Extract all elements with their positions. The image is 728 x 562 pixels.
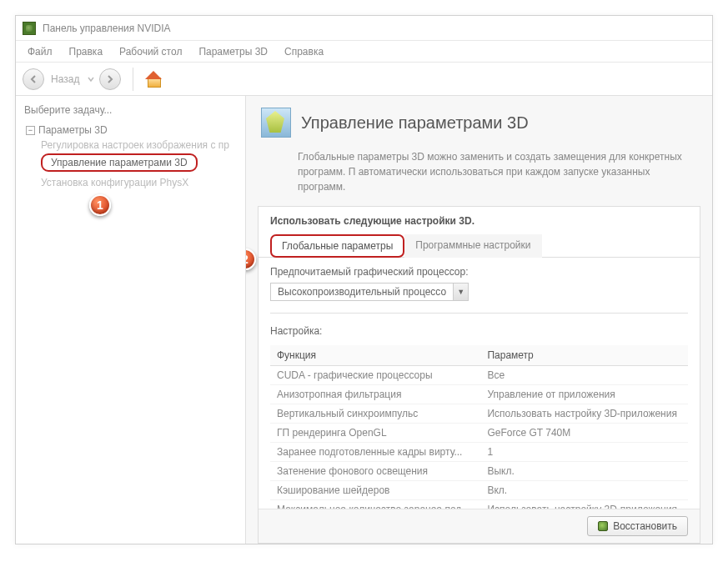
nvidia-icon: [23, 22, 36, 35]
settings-label: Настройка:: [270, 325, 688, 337]
content-pane: Управление параметрами 3D Глобальные пар…: [246, 96, 712, 544]
tabs: Глобальные параметры Программные настрой…: [259, 233, 700, 258]
window-title: Панель управления NVIDIA: [43, 23, 171, 34]
cell-function: Вертикальный синхроимпульс: [270, 404, 480, 424]
gpu-section: Предпочитаемый графический процессор: Вы…: [259, 258, 700, 309]
gpu-value: Высокопроизводительный процессо: [271, 286, 453, 298]
menu-file[interactable]: Файл: [21, 43, 59, 60]
cell-parameter: Выкл.: [480, 462, 688, 481]
sidebar: Выберите задачу... − Параметры 3D Регули…: [16, 96, 246, 544]
table-row[interactable]: Заранее подготовленные кадры вирту...1: [270, 443, 688, 462]
chevron-down-icon[interactable]: [88, 76, 94, 83]
app-window: Панель управления NVIDIA Файл Правка Раб…: [15, 15, 713, 544]
col-function[interactable]: Функция: [270, 345, 480, 366]
menubar: Файл Правка Рабочий стол Параметры 3D Сп…: [16, 41, 712, 63]
tab-global[interactable]: Глобальные параметры: [270, 234, 404, 258]
table-row[interactable]: Вертикальный синхроимпульсИспользовать н…: [270, 404, 688, 424]
cell-function: Заранее подготовленные кадры вирту...: [270, 443, 480, 462]
back-label: Назад: [51, 73, 79, 85]
table-row[interactable]: Анизотропная фильтрацияУправление от при…: [270, 385, 688, 404]
settings-label-section: Настройка:: [259, 317, 700, 345]
restore-button[interactable]: Восстановить: [587, 516, 688, 536]
cell-function: Максимальное количество заранее под...: [270, 500, 480, 509]
tree-item-physx[interactable]: Установка конфигурации PhysX: [41, 175, 240, 190]
menu-help[interactable]: Справка: [278, 43, 330, 60]
annotation-marker-1: 1: [89, 194, 111, 216]
cell-parameter: Все: [480, 366, 688, 385]
cell-function: Затенение фонового освещения: [270, 462, 480, 481]
body: Выберите задачу... − Параметры 3D Регули…: [16, 96, 712, 544]
titlebar: Панель управления NVIDIA: [16, 16, 712, 41]
table-row[interactable]: ГП рендеринга OpenGLGeForce GT 740M: [270, 424, 688, 443]
cell-function: CUDA - графические процессоры: [270, 366, 480, 385]
cell-function: ГП рендеринга OpenGL: [270, 424, 480, 443]
page-title: Управление параметрами 3D: [301, 113, 529, 133]
table-row[interactable]: Максимальное количество заранее под...Ис…: [270, 500, 688, 509]
tree: − Параметры 3D Регулировка настроек изоб…: [21, 123, 240, 190]
gpu-label: Предпочитаемый графический процессор:: [270, 266, 688, 278]
cell-parameter: Вкл.: [480, 481, 688, 500]
page-description: Глобальные параметры 3D можно заменить и…: [246, 146, 712, 206]
menu-3d[interactable]: Параметры 3D: [192, 43, 274, 60]
gpu-select[interactable]: Высокопроизводительный процессо ▼: [270, 283, 469, 301]
tree-root[interactable]: − Параметры 3D: [26, 123, 240, 138]
content-header: Управление параметрами 3D: [246, 96, 712, 146]
cell-parameter: Управление от приложения: [480, 385, 688, 404]
cell-parameter: 1: [480, 443, 688, 462]
restore-label: Восстановить: [613, 520, 677, 532]
sidebar-title: Выберите задачу...: [21, 104, 240, 116]
table-row[interactable]: CUDA - графические процессорыВсе: [270, 366, 688, 385]
divider: [270, 313, 688, 314]
menu-desktop[interactable]: Рабочий стол: [113, 43, 188, 60]
table-row[interactable]: Затенение фонового освещенияВыкл.: [270, 462, 688, 481]
forward-button[interactable]: [99, 68, 121, 90]
col-parameter[interactable]: Параметр: [480, 345, 688, 366]
navbar: Назад: [16, 63, 712, 96]
cell-parameter: Использовать настройку 3D-приложения: [480, 404, 688, 424]
cell-function: Кэширование шейдеров: [270, 481, 480, 500]
nav-separator: [133, 68, 133, 91]
chevron-down-icon[interactable]: ▼: [453, 284, 468, 300]
cell-parameter: Использовать настройку 3D-приложения: [480, 500, 688, 509]
settings-table-wrap: Функция Параметр CUDA - графические проц…: [270, 345, 688, 509]
collapse-icon[interactable]: −: [26, 126, 35, 135]
cell-parameter: GeForce GT 740M: [480, 424, 688, 443]
panel-footer: Восстановить: [259, 509, 700, 543]
cell-function: Анизотропная фильтрация: [270, 385, 480, 404]
back-button[interactable]: [23, 68, 44, 90]
home-icon[interactable]: [145, 71, 163, 88]
settings-table: Функция Параметр CUDA - графические проц…: [270, 345, 688, 509]
tab-program[interactable]: Программные настройки: [404, 234, 541, 258]
panel-title: Использовать следующие настройки 3D.: [259, 207, 700, 233]
page-icon: [261, 108, 291, 138]
annotation-marker-2: 2: [246, 248, 256, 270]
tree-root-label: Параметры 3D: [38, 124, 108, 136]
tree-item-image-adjust[interactable]: Регулировка настроек изображения с пр: [41, 138, 240, 153]
tree-item-manage-3d[interactable]: Управление параметрами 3D: [41, 153, 198, 172]
table-row[interactable]: Кэширование шейдеровВкл.: [270, 481, 688, 500]
menu-edit[interactable]: Правка: [63, 43, 110, 60]
settings-panel: Использовать следующие настройки 3D. Гло…: [258, 206, 700, 544]
nvidia-dot-icon: [598, 521, 608, 531]
